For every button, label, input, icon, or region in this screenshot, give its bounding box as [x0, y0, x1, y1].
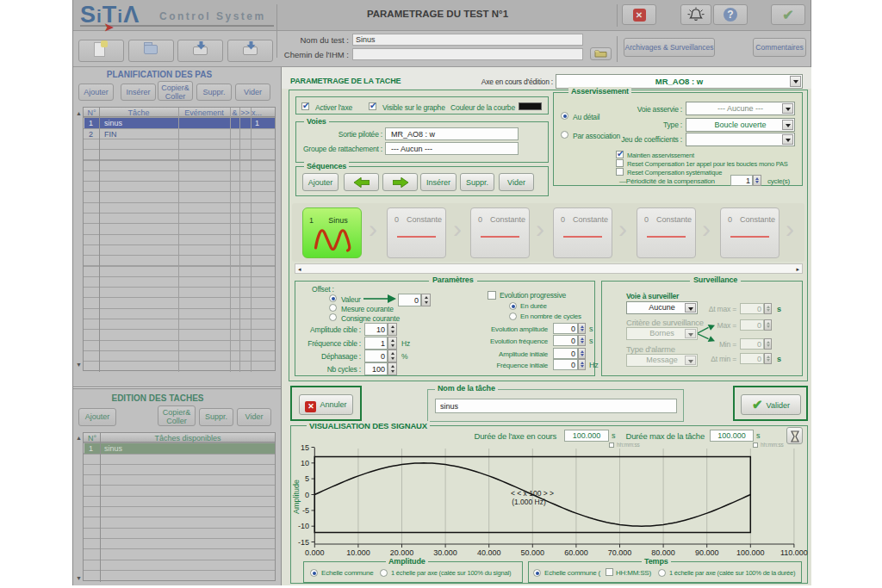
svg-text:30.000: 30.000 [433, 548, 457, 557]
svg-text:15: 15 [301, 443, 309, 452]
svg-text:-5: -5 [302, 506, 309, 515]
svg-text:90.000: 90.000 [695, 548, 719, 557]
svg-text:50.000: 50.000 [521, 548, 545, 557]
svg-text:20.000: 20.000 [390, 548, 414, 557]
svg-text:(1.000 Hz): (1.000 Hz) [512, 498, 546, 506]
svg-text:< < x 100 > >: < < x 100 > > [511, 489, 554, 498]
svg-text:0: 0 [305, 491, 309, 499]
svg-text:0.000: 0.000 [305, 548, 325, 557]
svg-text:80.000: 80.000 [651, 548, 675, 557]
svg-text:5: 5 [305, 474, 309, 483]
svg-text:Amplitude: Amplitude [292, 480, 301, 514]
svg-text:-10: -10 [298, 522, 309, 530]
svg-text:110.000: 110.000 [780, 548, 808, 557]
svg-text:10.000: 10.000 [346, 548, 370, 557]
svg-text:40.000: 40.000 [477, 548, 501, 557]
svg-text:10: 10 [301, 459, 309, 467]
svg-text:100.000: 100.000 [736, 548, 765, 557]
svg-text:-15: -15 [298, 538, 309, 547]
svg-text:70.000: 70.000 [608, 548, 632, 557]
svg-text:60.000: 60.000 [564, 548, 588, 557]
